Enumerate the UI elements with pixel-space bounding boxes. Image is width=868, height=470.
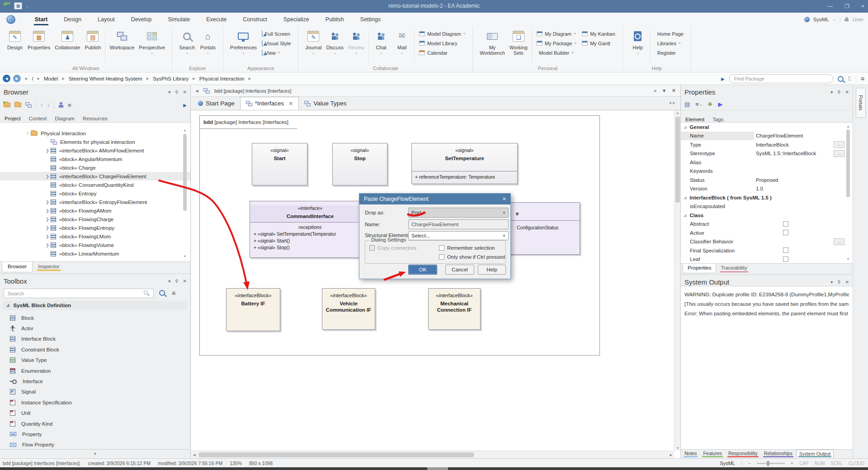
expander-icon[interactable]: ❯ (44, 148, 51, 153)
move-up-icon[interactable]: ↑ (40, 102, 43, 108)
properties-bottom-tab-properties[interactable]: Properties (683, 264, 716, 273)
cancel-button[interactable]: Cancel (445, 265, 474, 275)
my-workbench-button[interactable]: My Workbench (477, 29, 507, 56)
preferences-button[interactable]: Preferences⌄ (228, 29, 259, 54)
browser-menu-icon[interactable]: ≡ (68, 102, 71, 109)
browser-scrollbar[interactable]: ▲ ▼ (182, 128, 188, 258)
column-options-icon[interactable]: ⁞⁚ (848, 76, 851, 82)
panel-close-icon[interactable]: ✕ (183, 279, 187, 284)
design-button[interactable]: ✎Design (5, 29, 25, 50)
expander-icon[interactable]: ❯ (44, 209, 51, 213)
dock-tab-notes[interactable]: Notes (682, 450, 699, 458)
ea-logo-icon[interactable] (6, 15, 15, 24)
chevron-down-icon[interactable]: ▼ (502, 211, 506, 215)
panel-close-icon[interactable]: ✕ (845, 280, 849, 285)
property-row-keywords[interactable]: Keywords (681, 167, 853, 176)
property-row-stereotype[interactable]: StereotypeSysML 1.5::InterfaceBlock... (681, 149, 853, 158)
collapse-left-icon[interactable]: « (196, 87, 199, 94)
toolbox-item-flow-property[interactable]: Flow Property (0, 440, 190, 450)
property-row-active[interactable]: Active (681, 228, 853, 237)
run-icon[interactable]: ▶ (718, 101, 722, 108)
perspective-button[interactable]: Perspective⌄ (137, 29, 167, 54)
model-diagram-button[interactable]: Model Diagram˅ (419, 30, 465, 38)
register-button[interactable]: Register (655, 49, 684, 57)
dock-tab-responsibility[interactable]: Responsibility (726, 450, 760, 458)
my-gantt-button[interactable]: My Gantt (582, 39, 615, 47)
scroll-up-icon[interactable]: ▲ (845, 125, 851, 128)
maximize-button[interactable]: ❐ (844, 3, 849, 9)
calendar-button[interactable]: Calendar (419, 49, 465, 57)
panel-pin-icon[interactable]: ⚲ (175, 279, 178, 284)
caption-dropdown-icon[interactable]: ▾ (663, 88, 665, 94)
expander-icon[interactable]: ❯ (44, 174, 51, 179)
discuss-button[interactable]: Discuss⌄ (324, 29, 346, 54)
toolbox-item-actor[interactable]: Actor (0, 323, 190, 333)
dock-tab-relationships[interactable]: Relationships (761, 450, 795, 458)
tree-item-block-angularmomentum[interactable]: «block» AngularMomentum (0, 155, 190, 163)
help-button[interactable]: Help (478, 265, 506, 275)
perspective-caret-icon[interactable]: ⌄ (833, 18, 836, 22)
expand-arrow-icon[interactable]: ▶ (721, 76, 725, 81)
chat-button[interactable]: Chat⌄ (371, 29, 392, 54)
toolbox-item-property[interactable]: Property (0, 429, 190, 439)
property-value[interactable]: Proposed (754, 177, 853, 183)
bottom-tab-browser[interactable]: Browser (2, 262, 33, 272)
checkbox[interactable] (783, 221, 788, 227)
browser-tab-project[interactable]: Project (5, 116, 21, 121)
portals-button[interactable]: ⌂Portals⌄ (198, 29, 218, 54)
tree-item-block-flowingamom[interactable]: ❯«block» FlowingAMom (0, 206, 190, 215)
expander-icon[interactable]: ❯ (44, 200, 51, 204)
ribbon-tab-settings[interactable]: Settings (359, 13, 382, 26)
panel-pin-icon[interactable]: ⚲ (837, 280, 840, 285)
user-menu[interactable]: User (853, 17, 863, 22)
panel-pin-icon[interactable]: ⚲ (837, 90, 840, 95)
panel-dropdown-icon[interactable]: ▾ (168, 90, 170, 95)
breadcrumb-steering-wheel-heating-system[interactable]: Steering Wheel Heating System (69, 76, 142, 81)
ellipsis-button[interactable]: ... (834, 238, 844, 245)
move-down-icon[interactable]: ↓ (47, 102, 50, 108)
breadcrumb-sysphs-library[interactable]: SysPhS Library (153, 76, 189, 81)
toolbox-item-value-type[interactable]: Value Type (0, 355, 190, 366)
dialog-close-icon[interactable]: × (502, 195, 506, 202)
libraries-button[interactable]: Libraries˅ (655, 39, 684, 47)
my-package-button[interactable]: My Package˅ (537, 39, 576, 47)
checkbox[interactable] (783, 247, 788, 253)
close-button[interactable]: × (861, 3, 864, 9)
search-icon[interactable] (144, 290, 148, 294)
property-row-abstract[interactable]: Abstract (681, 220, 853, 229)
publish-button[interactable]: ▤Publish (82, 29, 103, 50)
tree-item-block-flowingentropy[interactable]: ❯«block» FlowingEntropy (0, 223, 190, 232)
search-toolbox-icon[interactable] (159, 290, 165, 296)
zoom-out-icon[interactable]: − (748, 461, 751, 466)
view-button[interactable]: View˅ (262, 49, 291, 57)
toolbox-item-constraint-block[interactable]: Constraint Block (0, 344, 190, 355)
caption-close-icon[interactable]: ✕ (672, 88, 676, 94)
toolbox-category-header[interactable]: ⊿ SysML Block Definition (3, 301, 188, 310)
tree-item-elements-for-physical-interaction[interactable]: Elements for physical interaction (0, 138, 190, 146)
property-row-type[interactable]: TypeInterfaceBlock... (681, 140, 853, 149)
toolbox-item-interface[interactable]: Interface (0, 376, 190, 386)
properties-tab-element[interactable]: Element (685, 117, 704, 122)
signal-stop-element[interactable]: «signal» Stop (332, 143, 387, 185)
ribbon-tab-simulate[interactable]: Simulate (166, 13, 192, 26)
full-screen-button[interactable]: Full Screen (262, 30, 291, 38)
document-tab-interfaces[interactable]: *Interfaces✕ (240, 97, 299, 110)
property-row-isencapsulated[interactable]: isEncapsulated (681, 202, 853, 211)
property-value[interactable]: 1.0 (754, 186, 853, 191)
toolbox-item-quantity-kind[interactable]: Quantity Kind (0, 418, 190, 429)
scroll-down-icon[interactable]: ▼ (675, 446, 681, 450)
dock-tab-features[interactable]: Features (700, 450, 724, 458)
tree-item-interfaceblock-chargeflowelement[interactable]: ❯«interfaceBlock» ChargeFlowElement (0, 172, 190, 180)
breadcrumb-model[interactable]: Model (44, 76, 58, 81)
checkbox[interactable] (439, 254, 444, 260)
save-icon[interactable]: ▤ (684, 101, 690, 108)
visual-style-button[interactable]: Visual Style (262, 39, 291, 47)
tab-close-icon[interactable]: ✕ (288, 100, 293, 107)
browser-menu-caret-icon[interactable]: · (75, 103, 77, 107)
bottom-tab-inspector[interactable]: Inspector (33, 262, 65, 272)
scroll-up-icon[interactable]: ▲ (675, 111, 681, 114)
expander-icon[interactable]: ❯ (44, 243, 51, 247)
signal-start-element[interactable]: «signal» Start (252, 143, 307, 185)
help-button[interactable]: Help⌄ (627, 29, 648, 54)
logo-caret-icon[interactable]: ⌄ (17, 18, 20, 22)
